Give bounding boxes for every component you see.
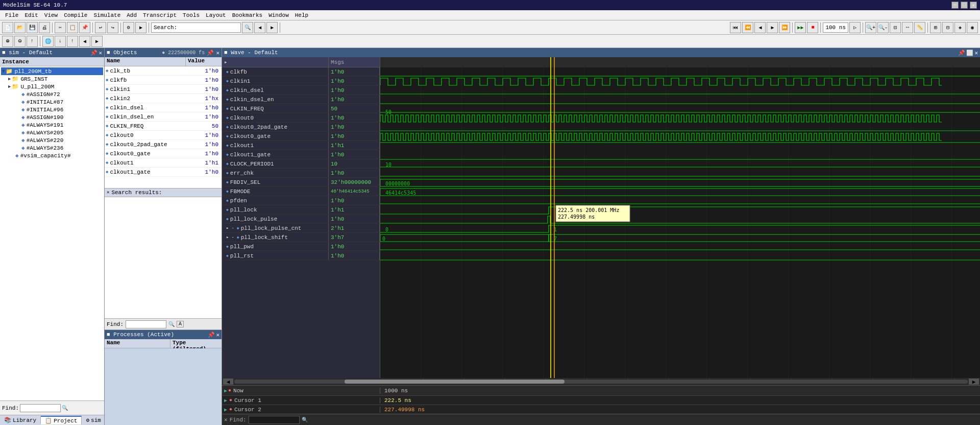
stop-btn[interactable]: ■ [807,22,818,33]
save-btn[interactable]: 💾 [27,22,38,33]
sim-tree[interactable]: ▼ 📁 pll_200M_tb ▶ 📁 GRS_INST ▶ 📁 U_pll_2… [0,66,104,400]
compile-btn[interactable]: ⚙ [123,22,134,33]
menu-layout[interactable]: Layout [203,12,229,19]
print-btn[interactable]: 🖨 [39,22,50,33]
obj-pin-btn[interactable]: 📌 [207,50,214,56]
sig-row-pll-lock-shift[interactable]: ▸ - ◆ pll_lock_shift 3'h7 [222,233,380,242]
menu-edit[interactable]: Edit [21,12,41,19]
sig-row-clkout1[interactable]: ◆ clkout1 1'h1 [222,141,380,150]
obj-find-opts[interactable]: A [177,321,184,327]
sig-row-pll-lock[interactable]: ◆ pll_lock 1'h1 [222,205,380,215]
tree-item-grs-inst[interactable]: ▶ 📁 GRS_INST [7,75,103,83]
close-button[interactable]: ✕ [970,2,977,9]
wave-step-fwd-btn[interactable]: ▶ [767,22,778,33]
tb2-btn2[interactable]: ⊖ [14,36,26,47]
waveform-display[interactable]: 50 [380,57,980,378]
obj-close-btn[interactable]: ✕ [216,50,219,56]
close-search-icon[interactable]: ✕ [107,190,109,195]
sig-row-pll-pwd[interactable]: ◆ pll_pwd 1'h0 [222,242,380,251]
wave-extra4[interactable]: ◉ [967,22,978,33]
scroll-right-btn[interactable]: ▶ [969,379,979,385]
tb2-btn4[interactable]: 🌐 [42,36,54,47]
tree-item-always236[interactable]: ◆ #ALWAYS#236 [13,144,103,152]
redo-btn[interactable]: ↪ [107,22,118,33]
wave-scroll-btn[interactable]: ↔ [902,22,913,33]
scroll-track[interactable] [234,380,968,384]
sig-row-pll-lock-pulse-cnt[interactable]: ▸ - ◆ pll_lock_pulse_cnt 2'h1 [222,224,380,233]
tb2-btn6[interactable]: ↑ [67,36,78,47]
find-search-icon[interactable]: 🔍 [62,405,68,411]
cursor1-track-icon[interactable]: ▶ [224,397,227,404]
tree-item-u-pll[interactable]: ▶ 📁 U_pll_200M [7,83,103,90]
search-btn[interactable]: 🔍 [242,22,253,33]
search-box[interactable]: Search: [151,22,241,33]
expand-icon-shift[interactable]: ▸ [226,234,229,240]
sig-row-clkout0gate[interactable]: ◆ clkout0_gate 1'h0 [222,132,380,141]
proc-close-btn[interactable]: ✕ [216,332,219,338]
wave-zoom-out[interactable]: 🔍- [877,22,889,33]
open-btn[interactable]: 📂 [14,22,26,33]
wave-extra2[interactable]: ⊟ [942,22,953,33]
sig-row-clkout1gate[interactable]: ◆ clkout1_gate 1'h0 [222,150,380,159]
obj-row-clkout02pad[interactable]: ◆clkout0_2pad_gate 1'h0 [105,140,222,149]
now-icon2[interactable]: ● [228,388,231,394]
tab-sim[interactable]: ⚙ sim [82,416,105,424]
expand-all-icon[interactable]: ▸ [224,59,228,65]
sig-row-fbdiv-sel[interactable]: ◆ FBDIV_SEL 32'h00000000 [222,178,380,187]
tb-btn4[interactable]: ▶ [266,22,278,33]
tb-btn3[interactable]: ◀ [254,22,265,33]
search-input[interactable] [177,25,238,31]
wave-back-btn[interactable]: ⏪ [742,22,753,33]
menu-add[interactable]: Add [124,12,140,19]
wave-restart-btn[interactable]: ⏮ [730,22,741,33]
tree-item-pll200m-tb[interactable]: ▼ 📁 pll_200M_tb [1,67,103,75]
sig-row-clkout0[interactable]: ◆ clkout0 1'h0 [222,113,380,123]
menu-view[interactable]: View [41,12,61,19]
tree-item-always205[interactable]: ◆ #ALWAYS#205 [13,129,103,136]
sim-time-input[interactable]: 100 ns [823,22,848,33]
menu-window[interactable]: Window [265,12,292,19]
tab-library[interactable]: 📚 Library [0,416,41,424]
tab-project[interactable]: 📋 Project [41,416,82,424]
tb2-btn1[interactable]: ⊕ [2,36,13,47]
menu-bookmarks[interactable]: Bookmarks [229,12,265,19]
tree-item-always191[interactable]: ◆ #ALWAYS#191 [13,121,103,129]
obj-row-clkin-freq[interactable]: ◆CLKIN_FREQ 50 [105,122,222,131]
minimize-button[interactable]: ─ [951,2,959,9]
menu-simulate[interactable]: Simulate [90,12,124,19]
tb2-btn8[interactable]: ▶ [91,36,103,47]
wave-scrollbar-h[interactable]: ◀ ▶ [222,378,980,385]
sig-row-clkfb[interactable]: ◆ clkfb 1'h0 [222,67,380,77]
sig-row-clock-period[interactable]: ◆ CLOCK_PERIOD1 10 [222,159,380,169]
wave-find-close-icon[interactable]: ✕ [224,416,228,423]
wave-extra3[interactable]: ◈ [954,22,966,33]
expand-icon-shift2[interactable]: - [231,235,234,240]
sig-row-fbmode[interactable]: ◆ FBMODE 40'h46414c5345 [222,187,380,196]
tb-btn2[interactable]: ▶ [135,22,146,33]
undo-btn[interactable]: ↩ [95,22,106,33]
obj-row-clkout0gate[interactable]: ◆clkout0_gate 1'h0 [105,149,222,158]
obj-row-clktb[interactable]: ◆clk_tb 1'h0 [105,66,222,76]
menu-file[interactable]: File [2,12,21,19]
obj-row-clkfb[interactable]: ◆clkfb 1'h0 [105,76,222,85]
new-btn[interactable]: 📄 [2,22,13,33]
expand-icon-cnt[interactable]: ▸ [226,225,229,231]
now-icon1[interactable]: ▶ [224,388,227,394]
cut-btn[interactable]: ✂ [55,22,66,33]
scroll-left-btn[interactable]: ◀ [223,379,233,385]
copy-btn[interactable]: 📋 [67,22,78,33]
cursor1-color-icon[interactable]: ● [229,397,232,403]
cursor2-track-icon[interactable]: ▶ [224,407,227,413]
scroll-thumb[interactable] [345,380,565,384]
obj-row-clkout1gate[interactable]: ◆clkout1_gate 1'h0 [105,168,222,177]
wave-extra1[interactable]: ⊞ [930,22,941,33]
wave-zoom-in[interactable]: 🔍+ [865,22,876,33]
wave-find-input[interactable] [249,416,300,424]
sim-find-input[interactable] [20,404,61,412]
sim-close-btn[interactable]: ✕ [99,50,102,56]
expand-icon-cnt2[interactable]: - [231,226,234,231]
tree-item-initial87[interactable]: ◆ #INITIAL#87 [13,98,103,106]
tb2-btn3[interactable]: ↑ [27,36,38,47]
proc-pin-btn[interactable]: 📌 [208,332,215,338]
obj-row-clkout0[interactable]: ◆clkout0 1'h0 [105,131,222,140]
